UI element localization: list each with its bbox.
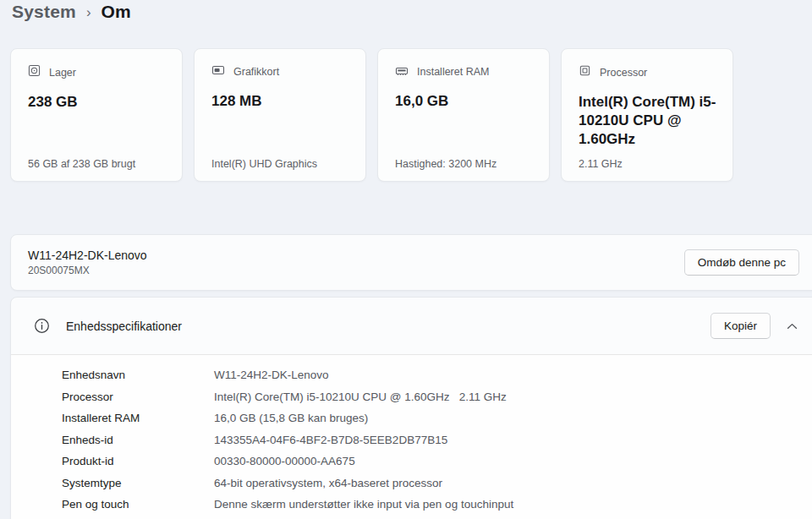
spec-label: Produkt-id (62, 455, 214, 467)
device-specs-panel: Enhedsspecifikationer Kopiér Enhedsnavn … (10, 297, 812, 519)
spec-label: Pen og touch (62, 498, 214, 511)
graphics-card-footer: Intel(R) UHD Graphics (211, 158, 355, 170)
storage-card-label: Lager (49, 67, 76, 79)
device-model: 20S00075MX (28, 265, 147, 276)
storage-card[interactable]: Lager 238 GB 56 GB af 238 GB brugt (10, 48, 183, 182)
summary-cards: Lager 238 GB 56 GB af 238 GB brugt Grafi… (10, 48, 733, 182)
processor-card-label: Processor (600, 67, 647, 79)
processor-card[interactable]: Processor Intel(R) Core(TM) i5-10210U CP… (561, 48, 733, 182)
ram-card[interactable]: Installeret RAM 16,0 GB Hastighed: 3200 … (377, 48, 550, 182)
processor-card-footer: 2.11 GHz (579, 158, 722, 170)
storage-card-footer: 56 GB af 238 GB brugt (28, 158, 172, 170)
device-specs-header[interactable]: Enhedsspecifikationer Kopiér (11, 298, 812, 354)
spec-row-device-id: Enheds-id 143355A4-04F6-4BF2-B7D8-5EEB2D… (62, 429, 812, 451)
spec-value: Denne skærm understøtter ikke input via … (214, 498, 513, 511)
ram-card-label: Installeret RAM (417, 66, 489, 78)
spec-label: Enhedsnavn (62, 369, 214, 381)
spec-row-system-type: Systemtype 64-bit operativsystem, x64-ba… (62, 473, 812, 494)
copy-button[interactable]: Kopiér (710, 313, 771, 339)
rename-pc-button[interactable]: Omdøb denne pc (684, 249, 799, 276)
device-name: W11-24H2-DK-Lenovo (28, 249, 147, 262)
device-specs-title: Enhedsspecifikationer (66, 320, 182, 333)
storage-card-value: 238 GB (28, 93, 167, 112)
processor-card-value: Intel(R) Core(TM) i5-10210U CPU @ 1.60GH… (579, 93, 717, 149)
spec-value: W11-24H2-DK-Lenovo (214, 369, 329, 381)
spec-row-installed-ram: Installeret RAM 16,0 GB (15,8 GB kan bru… (62, 407, 812, 429)
spec-value: Intel(R) Core(TM) i5-10210U CPU @ 1.60GH… (214, 391, 507, 403)
info-icon (34, 318, 50, 334)
ram-card-footer: Hastighed: 3200 MHz (395, 158, 539, 170)
spec-row-device-name: Enhedsnavn W11-24H2-DK-Lenovo (62, 364, 812, 386)
spec-row-pen-touch: Pen og touch Denne skærm understøtter ik… (62, 494, 812, 516)
storage-icon (28, 64, 41, 80)
spec-label: Installeret RAM (62, 412, 214, 424)
spec-value: 00330-80000-00000-AA675 (214, 455, 355, 467)
device-name-panel: W11-24H2-DK-Lenovo 20S00075MX Omdøb denn… (10, 234, 812, 291)
graphics-card-label: Grafikkort (233, 66, 279, 78)
spec-label: Processor (62, 391, 214, 403)
spec-value: 143355A4-04F6-4BF2-B7D8-5EEB2DB77B15 (214, 434, 447, 446)
chevron-up-icon[interactable] (787, 323, 798, 330)
graphics-card-value: 128 MB (211, 92, 350, 111)
spec-label: Enheds-id (62, 434, 214, 446)
breadcrumb-parent[interactable]: System (12, 2, 76, 22)
gpu-icon (211, 64, 225, 79)
graphics-card[interactable]: Grafikkort 128 MB Intel(R) UHD Graphics (194, 48, 366, 182)
ram-card-value: 16,0 GB (395, 92, 534, 111)
chevron-right-icon: › (86, 3, 91, 21)
spec-row-processor: Processor Intel(R) Core(TM) i5-10210U CP… (62, 386, 812, 408)
spec-value: 16,0 GB (15,8 GB kan bruges) (214, 412, 368, 424)
spec-label: Systemtype (62, 477, 214, 489)
cpu-icon (579, 64, 591, 80)
ram-icon (395, 64, 409, 79)
breadcrumb: System › Om (12, 2, 131, 22)
device-specs-list: Enhedsnavn W11-24H2-DK-Lenovo Processor … (11, 355, 812, 519)
page-title: Om (102, 2, 131, 22)
spec-value: 64-bit operativsystem, x64-baseret proce… (214, 477, 442, 489)
spec-row-product-id: Produkt-id 00330-80000-00000-AA675 (62, 451, 812, 473)
